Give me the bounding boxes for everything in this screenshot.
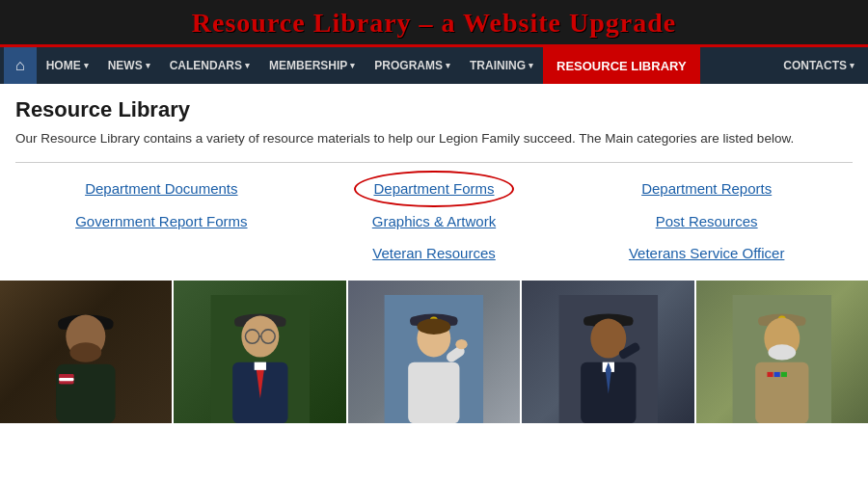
- photo-3: [348, 281, 520, 423]
- page-heading: Resource Library – a Website Upgrade: [0, 8, 868, 39]
- link-graphics-artwork[interactable]: Graphics & Artwork: [298, 209, 571, 233]
- nav-item-calendars[interactable]: CALENDARS▾: [160, 47, 259, 84]
- nav-item-news[interactable]: NEWS▾: [98, 47, 160, 84]
- resource-links-grid: Department Documents Department Forms De…: [15, 176, 853, 265]
- nav-item-training[interactable]: TRAINING▾: [460, 47, 543, 84]
- nav-item-contacts[interactable]: CONTACTS▾: [773, 47, 864, 84]
- link-department-forms[interactable]: Department Forms: [358, 176, 509, 201]
- link-veterans-service-officer[interactable]: Veterans Service Officer: [570, 241, 843, 265]
- page-title: Resource Library: [15, 97, 853, 122]
- chevron-down-icon: ▾: [446, 61, 450, 70]
- svg-rect-43: [767, 372, 773, 377]
- photo-5: [696, 281, 868, 423]
- chevron-down-icon: ▾: [350, 61, 355, 70]
- svg-rect-7: [60, 378, 74, 381]
- nav-item-resource-library[interactable]: RESOURCE LIBRARY: [543, 47, 700, 84]
- svg-rect-6: [60, 374, 74, 377]
- photo-1: [0, 281, 172, 423]
- chevron-down-icon: ▾: [850, 61, 854, 70]
- nav-item-programs[interactable]: PROGRAMS▾: [365, 47, 460, 84]
- svg-point-41: [768, 344, 796, 360]
- svg-point-24: [418, 318, 451, 334]
- dept-forms-cell: Department Forms: [298, 176, 571, 201]
- svg-point-27: [456, 339, 468, 349]
- link-post-resources[interactable]: Post Resources: [570, 209, 843, 233]
- link-department-reports[interactable]: Department Reports: [570, 176, 843, 201]
- svg-point-3: [70, 342, 102, 362]
- chevron-down-icon: ▾: [245, 61, 250, 70]
- photo-strip: [0, 281, 868, 423]
- nav-item-membership[interactable]: MEMBERSHIP▾: [259, 47, 365, 84]
- svg-rect-4: [56, 363, 115, 422]
- link-government-report-forms[interactable]: Government Report Forms: [25, 209, 298, 233]
- photo-4: [522, 281, 693, 423]
- chevron-down-icon: ▾: [84, 61, 89, 70]
- chevron-down-icon: ▾: [529, 61, 533, 70]
- svg-rect-42: [755, 362, 808, 423]
- svg-rect-8: [60, 382, 74, 384]
- svg-rect-18: [254, 362, 265, 369]
- navbar: ⌂ HOME▾ NEWS▾ CALENDARS▾ MEMBERSHIP▾ PRO…: [0, 47, 868, 84]
- nav-home-button[interactable]: ⌂: [4, 47, 37, 84]
- chevron-down-icon: ▾: [146, 61, 150, 70]
- nav-item-home[interactable]: HOME▾: [37, 47, 98, 84]
- svg-rect-44: [774, 372, 780, 377]
- link-department-documents[interactable]: Department Documents: [25, 176, 298, 201]
- link-veteran-resources[interactable]: Veteran Resources: [298, 241, 571, 265]
- main-content: Resource Library Our Resource Library co…: [0, 84, 868, 265]
- header-banner: Resource Library – a Website Upgrade: [0, 0, 868, 47]
- svg-rect-45: [781, 372, 787, 377]
- svg-rect-25: [408, 362, 459, 423]
- divider: [15, 162, 853, 163]
- page-description: Our Resource Library contains a variety …: [15, 130, 853, 148]
- photo-2: [174, 281, 345, 423]
